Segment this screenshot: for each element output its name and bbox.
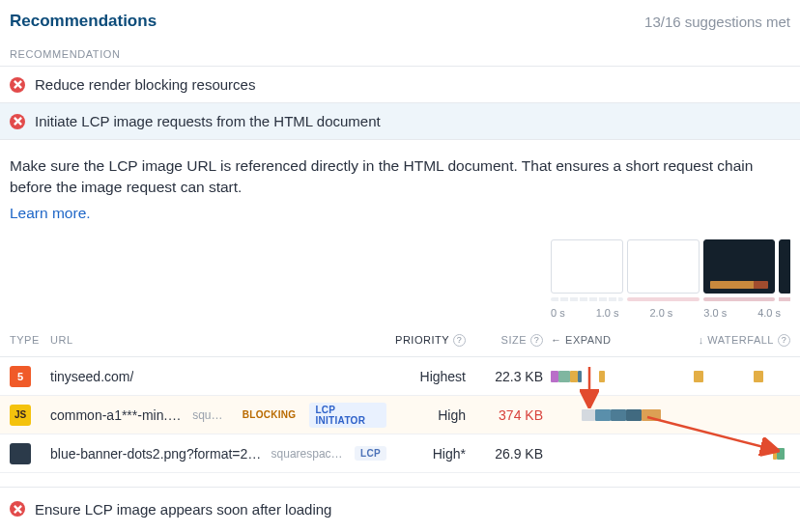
size-value: 22.3 KB bbox=[473, 369, 551, 384]
request-host: squarespace-… bbox=[271, 447, 348, 461]
recommendation-row[interactable]: Reduce render blocking resources bbox=[0, 67, 800, 103]
recommendation-detail: Make sure the LCP image URL is reference… bbox=[0, 140, 800, 230]
col-waterfall: ← EXPAND ↓ WATERFALL ? bbox=[551, 334, 790, 347]
section-label: RECOMMENDATION bbox=[0, 41, 800, 67]
col-url[interactable]: URL bbox=[50, 334, 386, 346]
recommendation-text: Ensure LCP image appears soon after load… bbox=[35, 501, 331, 518]
recommendations-panel: Recommendations 13/16 suggestions met RE… bbox=[0, 0, 800, 527]
waterfall-cell[interactable] bbox=[551, 396, 790, 434]
status-fail-icon bbox=[10, 501, 25, 517]
filmstrip bbox=[0, 230, 800, 301]
axis-tick: 3.0 s bbox=[703, 307, 727, 319]
col-priority[interactable]: PRIORITY ? bbox=[386, 334, 473, 347]
recommendation-text: Initiate LCP image requests from the HTM… bbox=[35, 113, 381, 129]
priority-value: High* bbox=[386, 446, 473, 462]
filmstrip-frame[interactable] bbox=[779, 239, 790, 294]
status-fail-icon bbox=[10, 77, 25, 93]
recommendation-row-selected[interactable]: Initiate LCP image requests from the HTM… bbox=[0, 103, 800, 140]
table-row[interactable]: 5 tinyseed.com/ Highest 22.3 KB bbox=[0, 357, 800, 396]
col-size[interactable]: SIZE ? bbox=[473, 334, 551, 347]
waterfall-cell[interactable] bbox=[551, 357, 790, 396]
priority-value: High bbox=[386, 407, 473, 423]
type-badge-js: JS bbox=[10, 405, 31, 426]
suggestions-met: 13/16 suggestions met bbox=[644, 14, 790, 30]
recommendation-text: Reduce render blocking resources bbox=[35, 76, 255, 93]
recommendation-row[interactable]: Ensure LCP image appears soon after load… bbox=[0, 487, 800, 527]
help-icon[interactable]: ? bbox=[453, 334, 466, 347]
request-url: tinyseed.com/ bbox=[50, 369, 133, 384]
request-host: squar… bbox=[192, 408, 229, 422]
tag-lcp: LCP bbox=[355, 446, 386, 461]
request-url: blue-banner-dots2.png?format=2500w bbox=[50, 446, 264, 462]
size-value: 26.9 KB bbox=[473, 446, 551, 462]
learn-more-link[interactable]: Learn more. bbox=[10, 205, 91, 222]
type-badge-html: 5 bbox=[10, 366, 31, 387]
axis-tick: 1.0 s bbox=[596, 307, 619, 319]
axis-tick: 4.0 s bbox=[757, 307, 781, 319]
axis-tick: 2.0 s bbox=[649, 307, 672, 319]
table-row[interactable]: JS common-a1***-min.en-… squar… BLOCKING… bbox=[0, 396, 800, 434]
panel-header: Recommendations 13/16 suggestions met bbox=[0, 0, 800, 41]
request-url: common-a1***-min.en-… bbox=[50, 407, 185, 423]
panel-title: Recommendations bbox=[10, 12, 157, 31]
time-axis: 0 s 1.0 s 2.0 s 3.0 s 4.0 s bbox=[551, 301, 790, 324]
expand-button[interactable]: ← EXPAND bbox=[551, 334, 611, 346]
axis-tick: 0 s bbox=[551, 307, 565, 319]
priority-value: Highest bbox=[386, 369, 473, 384]
help-icon[interactable]: ? bbox=[530, 334, 543, 347]
help-icon[interactable]: ? bbox=[778, 334, 790, 347]
table-header: TYPE URL PRIORITY ? SIZE ? ← EXPAND ↓ WA… bbox=[0, 324, 800, 357]
size-value: 374 KB bbox=[473, 407, 551, 423]
tag-blocking: BLOCKING bbox=[237, 407, 302, 422]
type-badge-img bbox=[10, 443, 31, 464]
col-type[interactable]: TYPE bbox=[10, 334, 50, 346]
waterfall-region: 5 tinyseed.com/ Highest 22.3 KB JS commo… bbox=[0, 357, 800, 473]
filmstrip-frame[interactable] bbox=[627, 239, 700, 294]
filmstrip-frame[interactable] bbox=[551, 239, 623, 294]
tag-lcp-initiator: LCP INITIATOR bbox=[309, 403, 386, 428]
waterfall-sort[interactable]: ↓ WATERFALL ? bbox=[699, 334, 790, 347]
waterfall-cell[interactable] bbox=[551, 434, 790, 473]
table-row[interactable]: blue-banner-dots2.png?format=2500w squar… bbox=[0, 434, 800, 473]
status-fail-icon bbox=[10, 114, 25, 129]
detail-text: Make sure the LCP image URL is reference… bbox=[10, 155, 790, 199]
filmstrip-frame[interactable] bbox=[703, 239, 776, 294]
